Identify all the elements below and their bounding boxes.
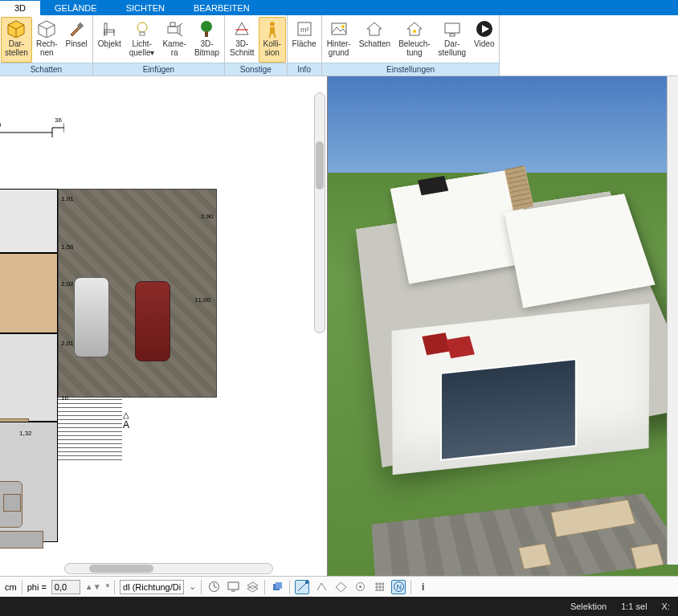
brush-icon bbox=[67, 19, 86, 39]
ribbon-group-schatten: Dar- stellen Rech- nen Pinsel Schatten bbox=[0, 15, 93, 75]
house-light-icon bbox=[405, 19, 424, 39]
svg-rect-15 bbox=[168, 27, 178, 33]
svg-rect-21 bbox=[270, 27, 275, 34]
screen-small-icon[interactable] bbox=[226, 580, 240, 594]
plan-h-scrollbar[interactable] bbox=[64, 563, 273, 574]
ribbon-group-label-sonstige: Sonstige bbox=[225, 63, 287, 75]
info-icon[interactable]: i bbox=[416, 580, 431, 594]
svg-point-52 bbox=[359, 585, 361, 588]
snap-perp-icon[interactable] bbox=[333, 580, 348, 594]
snap-midpoint-icon[interactable] bbox=[314, 580, 329, 594]
snap-center-icon[interactable] bbox=[353, 580, 367, 594]
screen-icon bbox=[443, 19, 462, 39]
room-dining[interactable] bbox=[0, 333, 58, 422]
darstellung-e-button[interactable]: Dar- stellung bbox=[435, 17, 470, 63]
unit-label: cm bbox=[5, 582, 17, 592]
hintergrund-button[interactable]: Hinter- grund bbox=[323, 17, 355, 63]
beleuchtung-button[interactable]: Beleuch- tung bbox=[394, 17, 434, 63]
svg-point-13 bbox=[137, 22, 147, 32]
person-icon bbox=[263, 19, 282, 39]
svg-line-22 bbox=[269, 34, 271, 38]
area-icon: m² bbox=[295, 19, 314, 39]
ribbon: Dar- stellen Rech- nen Pinsel Schatten O… bbox=[0, 15, 678, 76]
dropdown-chevron-icon[interactable]: ⌄ bbox=[189, 581, 196, 592]
phi-input[interactable] bbox=[51, 580, 80, 594]
layers-icon[interactable] bbox=[245, 580, 259, 594]
3d-patio-chair-1 bbox=[518, 543, 552, 569]
rechnen-label: Rech- nen bbox=[36, 39, 58, 57]
picture-icon bbox=[329, 19, 349, 39]
workspace: 5,60 36 Bad 14,12 m² Küche 19,20 m² bbox=[0, 76, 678, 576]
camera-icon bbox=[165, 19, 184, 39]
3d-sky bbox=[328, 76, 678, 173]
rechnen-button[interactable]: Rech- nen bbox=[32, 17, 62, 63]
hintergrund-label: Hinter- grund bbox=[327, 39, 351, 57]
schatten-e-button[interactable]: Schatten bbox=[355, 17, 394, 63]
plan-v-scroll-thumb[interactable] bbox=[316, 141, 324, 190]
car-red[interactable] bbox=[135, 281, 170, 361]
ribbon-group-label-einstellungen: Einstellungen bbox=[322, 63, 500, 75]
video-button[interactable]: Video bbox=[470, 17, 498, 63]
bulb-icon bbox=[133, 19, 152, 39]
svg-rect-26 bbox=[332, 23, 346, 35]
svg-rect-10 bbox=[104, 30, 114, 32]
kollision-button[interactable]: Kolli- sion bbox=[259, 17, 286, 63]
svg-rect-14 bbox=[140, 32, 145, 35]
room-bad[interactable] bbox=[0, 189, 58, 253]
plan-h-scroll-thumb[interactable] bbox=[89, 565, 153, 573]
dim-560: 5,60 bbox=[0, 121, 2, 129]
flaeche-button[interactable]: m² Fläche bbox=[288, 17, 321, 63]
view-2d[interactable]: 5,60 36 Bad 14,12 m² Küche 19,20 m² bbox=[0, 76, 328, 576]
garden-hatch bbox=[58, 398, 122, 462]
3d-bitmap-label: 3D- Bitmap bbox=[194, 39, 219, 57]
3d-bitmap-button[interactable]: 3D- Bitmap bbox=[190, 17, 223, 63]
schatten-e-label: Schatten bbox=[359, 39, 390, 48]
lichtquelle-label: Licht- quelle▾ bbox=[129, 39, 155, 57]
darstellen-button[interactable]: Dar- stellen bbox=[1, 17, 32, 63]
dim-1100: 11,00 bbox=[194, 296, 210, 304]
section-marker-a: △ A bbox=[123, 410, 129, 430]
status-selection: Selektion bbox=[570, 602, 607, 611]
3d-box-icon[interactable] bbox=[270, 580, 284, 594]
view-3d[interactable] bbox=[328, 76, 678, 576]
status-x: X: bbox=[662, 602, 670, 611]
kamera-label: Kame- ra bbox=[162, 39, 186, 57]
kollision-label: Kolli- sion bbox=[263, 39, 280, 57]
menu-tab-bearbeiten[interactable]: BEARBEITEN bbox=[179, 0, 264, 15]
3d-red-chair-2 bbox=[446, 336, 475, 358]
living-sofa bbox=[0, 531, 43, 549]
car-silver[interactable] bbox=[74, 277, 109, 357]
pinsel-label: Pinsel bbox=[66, 39, 88, 48]
phi-label: phi = bbox=[27, 582, 47, 592]
delta-input[interactable] bbox=[120, 580, 184, 594]
svg-rect-48 bbox=[276, 582, 282, 589]
kamera-button[interactable]: Kame- ra bbox=[158, 17, 190, 63]
lichtquelle-button[interactable]: Licht- quelle▾ bbox=[125, 17, 159, 63]
svg-rect-43 bbox=[228, 582, 239, 589]
menu-tab-3d[interactable]: 3D bbox=[0, 0, 40, 15]
room-kueche[interactable] bbox=[0, 253, 58, 333]
ribbon-group-label-schatten: Schatten bbox=[0, 63, 92, 75]
3d-v-scrollbar[interactable] bbox=[667, 76, 678, 565]
plan-v-scrollbar[interactable] bbox=[314, 92, 325, 333]
chair-icon bbox=[100, 19, 119, 39]
clock-icon[interactable] bbox=[206, 580, 221, 594]
living-chair bbox=[3, 494, 21, 512]
3d-schnitt-button[interactable]: 3D- Schnitt bbox=[226, 17, 259, 63]
svg-point-20 bbox=[270, 22, 275, 27]
objekt-button[interactable]: Objekt bbox=[94, 17, 125, 63]
objekt-label: Objekt bbox=[98, 39, 121, 48]
menu-tab-gelaende[interactable]: GELÄNDE bbox=[40, 0, 112, 15]
snap-grid-icon[interactable] bbox=[372, 580, 386, 594]
north-icon[interactable]: N bbox=[391, 580, 406, 594]
menu-tab-sichten[interactable]: SICHTEN bbox=[112, 0, 179, 15]
pinsel-button[interactable]: Pinsel bbox=[62, 17, 92, 63]
tree-icon bbox=[197, 19, 216, 39]
dim-16: 16 bbox=[61, 394, 68, 402]
3d-patio-chair-2 bbox=[631, 543, 664, 569]
play-icon bbox=[475, 19, 494, 39]
snap-endpoint-icon[interactable] bbox=[295, 580, 309, 594]
ribbon-group-sonstige: 3D- Schnitt Kolli- sion Sonstige bbox=[225, 15, 288, 75]
svg-rect-16 bbox=[170, 22, 175, 27]
deg-label: ° bbox=[106, 582, 109, 592]
